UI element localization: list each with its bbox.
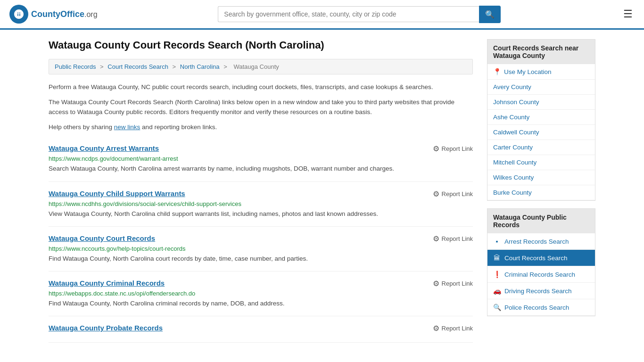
record-url[interactable]: https://webapps.doc.state.nc.us/opi/offe… xyxy=(49,290,473,297)
list-item: Wilkes County xyxy=(487,170,595,185)
header: CountyOffice.org 🔍 ☰ xyxy=(0,0,644,30)
record-url[interactable]: https://www.ncdhhs.gov/divisions/social-… xyxy=(49,200,473,207)
list-item: ▪ Arrest Records Search xyxy=(487,233,595,250)
report-link-btn[interactable]: ⚙ Report Link xyxy=(433,324,473,333)
breadcrumb-court-records[interactable]: Court Records Search xyxy=(107,63,168,70)
record-url[interactable]: https://www.ncdps.gov/document/warrant-a… xyxy=(49,155,473,162)
list-item: Ashe County xyxy=(487,110,595,125)
sidebar-pubrecords: Watauga County Public Records ▪ Arrest R… xyxy=(487,208,595,316)
record-desc: Find Watauga County, North Carolina crim… xyxy=(49,299,473,308)
arrest-icon: ▪ xyxy=(493,238,501,245)
record-item: Watauga County Criminal Records ⚙ Report… xyxy=(49,272,473,316)
police-records-label: Police Records Search xyxy=(504,304,569,311)
sidebar-pubrecords-list: ▪ Arrest Records Search 🏛 Court Records … xyxy=(487,233,595,316)
county-link[interactable]: Burke County xyxy=(487,185,595,200)
report-icon: ⚙ xyxy=(433,234,439,243)
county-link[interactable]: Wilkes County xyxy=(487,170,595,185)
driving-records-link[interactable]: 🚗 Driving Records Search xyxy=(487,283,595,299)
search-input[interactable] xyxy=(218,6,479,22)
police-icon: 🔍 xyxy=(493,304,501,311)
search-area: 🔍 xyxy=(218,6,501,23)
menu-button[interactable]: ☰ xyxy=(621,6,635,22)
report-icon: ⚙ xyxy=(433,189,439,198)
record-header: Watauga County Probate Records ⚙ Report … xyxy=(49,324,473,333)
list-item: Burke County xyxy=(487,185,595,200)
court-records-label: Court Records Search xyxy=(504,255,568,262)
report-link-btn[interactable]: ⚙ Report Link xyxy=(433,279,473,288)
content-area: Watauga County Court Records Search (Nor… xyxy=(49,39,473,343)
county-link[interactable]: Caldwell County xyxy=(487,125,595,140)
report-label: Report Link xyxy=(442,235,473,242)
driving-icon: 🚗 xyxy=(493,287,501,295)
description-1: Perform a free Watauga County, NC public… xyxy=(49,82,473,92)
location-icon: 📍 xyxy=(493,68,501,75)
report-label: Report Link xyxy=(442,325,473,332)
breadcrumb-north-carolina[interactable]: North Carolina xyxy=(180,63,220,70)
report-label: Report Link xyxy=(442,145,473,152)
report-link-btn[interactable]: ⚙ Report Link xyxy=(433,144,473,153)
logo-text[interactable]: CountyOffice.org xyxy=(31,9,98,19)
record-title[interactable]: Watauga County Probate Records xyxy=(49,324,163,332)
logo-main: CountyOffice xyxy=(31,9,84,19)
report-link-btn[interactable]: ⚙ Report Link xyxy=(433,189,473,198)
report-icon: ⚙ xyxy=(433,144,439,153)
list-item: Mitchell County xyxy=(487,155,595,170)
record-title[interactable]: Watauga County Arrest Warrants xyxy=(49,144,159,152)
breadcrumb-sep2: > xyxy=(173,63,178,70)
record-item: Watauga County Arrest Warrants ⚙ Report … xyxy=(49,137,473,181)
police-records-link[interactable]: 🔍 Police Records Search xyxy=(487,299,595,315)
list-item: ❗ Criminal Records Search xyxy=(487,266,595,283)
use-location-label: Use My Location xyxy=(504,68,552,75)
record-title[interactable]: Watauga County Criminal Records xyxy=(49,279,165,287)
use-my-location[interactable]: 📍 Use My Location xyxy=(487,64,595,80)
search-button[interactable]: 🔍 xyxy=(479,6,501,23)
record-header: Watauga County Child Support Warrants ⚙ … xyxy=(49,189,473,198)
sidebar-pubrecords-header: Watauga County Public Records xyxy=(487,209,595,233)
county-link[interactable]: Ashe County xyxy=(487,110,595,124)
page-title: Watauga County Court Records Search (Nor… xyxy=(49,39,473,51)
report-link-btn[interactable]: ⚙ Report Link xyxy=(433,234,473,243)
new-links-link[interactable]: new links xyxy=(114,123,140,131)
records-list: Watauga County Arrest Warrants ⚙ Report … xyxy=(49,137,473,343)
county-link[interactable]: Mitchell County xyxy=(487,155,595,170)
record-item: Watauga County Probate Records ⚙ Report … xyxy=(49,316,473,343)
county-link[interactable]: Avery County xyxy=(487,80,595,94)
main-container: Watauga County Court Records Search (Nor… xyxy=(39,30,605,352)
court-records-link[interactable]: 🏛 Court Records Search xyxy=(487,250,595,266)
report-icon: ⚙ xyxy=(433,279,439,288)
report-label: Report Link xyxy=(442,280,473,287)
record-title[interactable]: Watauga County Child Support Warrants xyxy=(49,189,185,197)
record-header: Watauga County Arrest Warrants ⚙ Report … xyxy=(49,144,473,153)
record-desc: Find Watauga County, North Carolina cour… xyxy=(49,254,473,263)
record-header: Watauga County Criminal Records ⚙ Report… xyxy=(49,279,473,288)
list-item: 🔍 Police Records Search xyxy=(487,299,595,316)
list-item-active: 🏛 Court Records Search xyxy=(487,250,595,266)
breadcrumb-watauga: Watauga County xyxy=(233,63,279,70)
breadcrumb: Public Records > Court Records Search > … xyxy=(49,59,473,74)
record-item: Watauga County Child Support Warrants ⚙ … xyxy=(49,182,473,227)
description-3: Help others by sharing new links and rep… xyxy=(49,122,473,132)
report-icon: ⚙ xyxy=(433,324,439,333)
record-title[interactable]: Watauga County Court Records xyxy=(49,234,155,242)
county-link[interactable]: Carter County xyxy=(487,140,595,155)
breadcrumb-sep3: > xyxy=(223,63,229,70)
sidebar-nearby-list: Avery County Johnson County Ashe County … xyxy=(487,80,595,200)
criminal-records-link[interactable]: ❗ Criminal Records Search xyxy=(487,266,595,282)
breadcrumb-public-records[interactable]: Public Records xyxy=(55,63,96,70)
record-desc: View Watauga County, North Carolina chil… xyxy=(49,209,473,219)
list-item: Johnson County xyxy=(487,95,595,110)
list-item: Avery County xyxy=(487,80,595,95)
record-url[interactable]: https://www.nccourts.gov/help-topics/cou… xyxy=(49,245,473,252)
criminal-records-label: Criminal Records Search xyxy=(504,271,575,278)
hamburger-icon: ☰ xyxy=(623,8,633,20)
report-label: Report Link xyxy=(442,190,473,197)
sidebar: Court Records Search near Watauga County… xyxy=(487,39,595,343)
driving-records-label: Driving Records Search xyxy=(504,288,572,295)
arrest-records-label: Arrest Records Search xyxy=(504,238,569,245)
breadcrumb-sep1: > xyxy=(100,63,105,70)
logo-area: CountyOffice.org xyxy=(9,5,98,24)
arrest-records-link[interactable]: ▪ Arrest Records Search xyxy=(487,233,595,249)
list-item: Caldwell County xyxy=(487,125,595,140)
county-link[interactable]: Johnson County xyxy=(487,95,595,109)
record-item: Watauga County Court Records ⚙ Report Li… xyxy=(49,227,473,272)
